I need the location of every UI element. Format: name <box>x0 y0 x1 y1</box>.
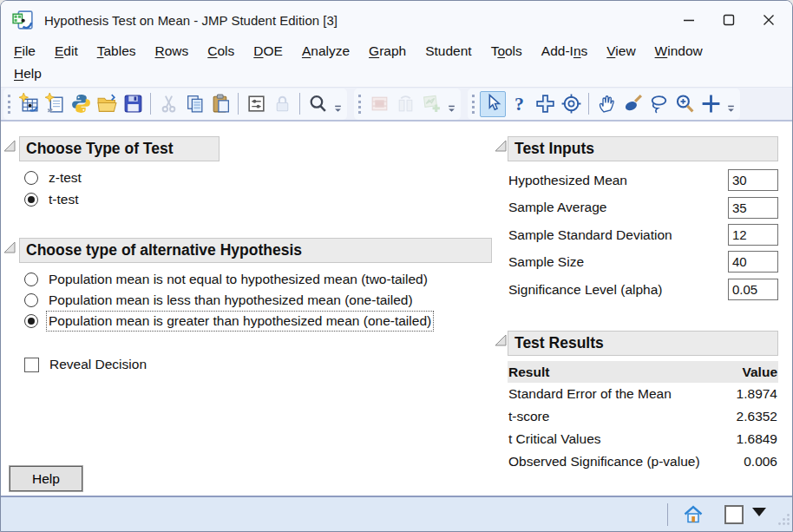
toolbar-separator <box>238 93 239 115</box>
input-sample-std-dev[interactable] <box>728 224 778 246</box>
input-hypothesized-mean[interactable] <box>728 169 778 191</box>
panel-title-alt-hypothesis: Choose type of alternative Hypothesis <box>19 238 492 263</box>
jmp-app-icon <box>11 9 35 32</box>
jmp-window: Hypothesis Test on Mean - JMP Student Ed… <box>0 0 793 532</box>
table-row: Observed Significance (p-value) 0.006 <box>508 450 778 473</box>
radio-option-greater-than[interactable]: Population mean is greater than hypothes… <box>24 313 431 329</box>
lasso-tool-icon[interactable] <box>646 91 672 117</box>
toolbar-grip[interactable] <box>358 95 362 114</box>
toolbar-overflow-button[interactable] <box>724 92 737 116</box>
resize-grip[interactable] <box>777 513 790 529</box>
radio-option-z-test[interactable]: z-test <box>24 170 82 186</box>
radio-option-t-test[interactable]: t-test <box>24 192 78 207</box>
minimize-button[interactable] <box>669 1 709 39</box>
disclosure-triangle[interactable] <box>3 241 16 253</box>
preferences-icon[interactable] <box>243 91 269 117</box>
menu-row-1: File Edit Tables Rows Cols DOE Analyze G… <box>4 40 789 62</box>
toolbar-separator <box>299 93 300 115</box>
close-button[interactable] <box>749 1 789 39</box>
checkbox-box <box>24 358 39 372</box>
maximize-button[interactable] <box>709 1 749 39</box>
statusbar <box>1 496 792 531</box>
menubar: File Edit Tables Rows Cols DOE Analyze G… <box>1 39 792 87</box>
disclosure-triangle[interactable] <box>495 140 507 152</box>
reveal-decision-checkbox-row[interactable]: Reveal Decision <box>24 357 147 372</box>
column-header-result: Result <box>508 365 549 380</box>
menu-graph[interactable]: Graph <box>359 40 416 62</box>
target-tool-icon[interactable] <box>558 91 584 117</box>
menu-file[interactable]: File <box>4 40 45 62</box>
new-script-icon[interactable] <box>42 91 68 117</box>
menu-edit[interactable]: Edit <box>45 40 88 62</box>
radio-option-two-tailed[interactable]: Population mean is not equal to hypothes… <box>24 272 428 287</box>
column-header-value: Value <box>743 365 778 380</box>
menu-student[interactable]: Student <box>416 40 481 62</box>
titlebar: Hypothesis Test on Mean - JMP Student Ed… <box>1 1 792 39</box>
panel-title-test-inputs: Test Inputs <box>508 136 778 161</box>
open-file-icon[interactable] <box>94 91 120 117</box>
disclosure-triangle[interactable] <box>3 140 16 152</box>
grabber-tool-icon[interactable] <box>593 91 619 117</box>
window-controls <box>669 1 789 39</box>
result-cell: t-score <box>508 409 549 424</box>
copy-icon[interactable] <box>181 91 207 117</box>
search-icon[interactable] <box>305 91 331 117</box>
toolbar-overflow-button[interactable] <box>444 92 458 116</box>
radio-circle <box>24 171 38 185</box>
toolbar-grip[interactable] <box>8 95 11 114</box>
menu-window[interactable]: Window <box>646 40 712 62</box>
menu-view[interactable]: View <box>597 40 645 62</box>
table-row: t-score 2.6352 <box>508 405 778 428</box>
menu-analyze[interactable]: Analyze <box>292 40 359 62</box>
help-button[interactable]: Help <box>10 466 82 491</box>
add-graph-icon <box>418 91 444 117</box>
menu-help[interactable]: Help <box>4 62 51 85</box>
toolbar-grip[interactable] <box>472 95 475 114</box>
radio-label: Population mean is greater than hypothes… <box>49 313 431 329</box>
brush-tool-icon[interactable] <box>619 91 646 117</box>
svg-text:?: ? <box>514 94 524 115</box>
input-significance-level[interactable] <box>728 279 778 300</box>
radio-option-less-than[interactable]: Population mean is less than hypothesize… <box>24 292 413 308</box>
menu-rows[interactable]: Rows <box>146 40 199 62</box>
paste-icon[interactable] <box>207 91 233 117</box>
new-data-table-icon[interactable] <box>16 91 42 117</box>
save-icon[interactable] <box>120 91 146 117</box>
radio-label: z-test <box>49 170 82 186</box>
panel-title-choose-test-type: Choose Type of Test <box>19 136 220 161</box>
menu-tools[interactable]: Tools <box>482 40 532 62</box>
dropdown-caret-icon[interactable] <box>752 508 766 516</box>
toolbar-overflow-button[interactable] <box>331 92 344 116</box>
view-data-icon <box>366 91 392 117</box>
input-sample-size[interactable] <box>728 251 778 273</box>
pointer-tool-icon[interactable] <box>480 91 506 117</box>
selection-tool-icon[interactable] <box>532 91 558 117</box>
crosshair-tool-icon[interactable] <box>698 91 724 117</box>
window-color-square[interactable] <box>724 505 744 524</box>
help-tool-icon[interactable]: ? <box>506 91 532 117</box>
value-cell: 1.6849 <box>737 431 777 447</box>
table-row: t Critical Values 1.6849 <box>508 428 778 450</box>
lock-icon <box>269 91 295 117</box>
report-content: Choose Type of Test z-test t-test Choose… <box>1 122 792 496</box>
checkbox-label: Reveal Decision <box>49 357 147 372</box>
table-row: Standard Error of the Mean 1.8974 <box>508 383 778 405</box>
input-sample-average[interactable] <box>728 197 778 219</box>
magnifier-tool-icon[interactable] <box>672 91 698 117</box>
menu-tables[interactable]: Tables <box>88 40 146 62</box>
menu-add-ins[interactable]: Add-Ins <box>532 40 597 62</box>
field-label-sample-std-dev: Sample Standard Deviation <box>508 227 672 243</box>
disclosure-triangle[interactable] <box>495 334 507 346</box>
toolbar-group-data <box>354 89 461 120</box>
home-icon[interactable] <box>683 504 704 525</box>
field-label-significance-level: Significance Level (alpha) <box>508 282 663 298</box>
test-results-table: Result Value Standard Error of the Mean … <box>508 361 778 473</box>
toolbar-separator <box>150 93 151 115</box>
statusbar-separator <box>667 503 668 526</box>
python-icon[interactable] <box>68 91 94 117</box>
menu-cols[interactable]: Cols <box>198 40 244 62</box>
menu-doe[interactable]: DOE <box>244 40 292 62</box>
radio-circle <box>24 273 38 286</box>
results-table-header: Result Value <box>508 361 778 383</box>
radio-circle <box>24 193 38 207</box>
